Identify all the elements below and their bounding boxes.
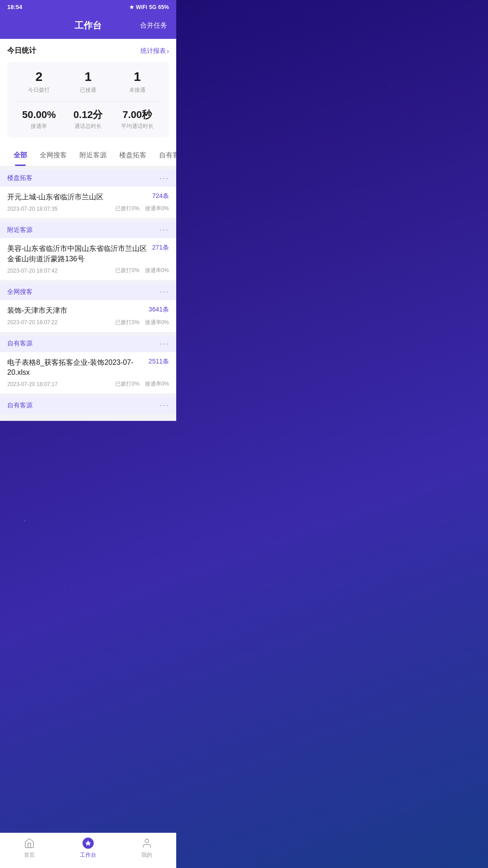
task-body-4[interactable]: 电子表格8_获客拓客企业-装饰2023-07-20.xlsx 2511条 202… (0, 352, 176, 394)
battery-icon: 65% (158, 4, 169, 10)
connect-rate-label: 接通率 (31, 123, 47, 130)
task-name-row-3: 装饰-天津市天津市 3641条 (7, 306, 169, 316)
stats-header: 今日统计 统计报表 › (7, 46, 169, 56)
task-dial-stat-4: 已拨打0% (115, 380, 139, 388)
task-stats-3: 已拨打0% 接通率0% (115, 319, 169, 326)
status-time: 18:54 (7, 4, 22, 10)
tab-own-source[interactable]: 自有客源 (153, 145, 176, 166)
nav-item-workbench[interactable]: 工作台 (59, 837, 117, 859)
task-date-3: 2023-07-20 18:07:22 (7, 319, 57, 326)
task-count-2: 271条 (152, 244, 169, 252)
nav-item-home[interactable]: 首页 (0, 837, 59, 859)
task-body-1[interactable]: 开元上城-山东省临沂市兰山区 724条 2023-07-20 18:07:35 … (0, 187, 176, 218)
task-date-1: 2023-07-20 18:07:35 (7, 206, 57, 212)
connected-value: 1 (84, 69, 92, 85)
task-name-3: 装饰-天津市天津市 (7, 306, 145, 316)
task-card-5: 自有客源 ··· (0, 397, 176, 414)
stats-card: 2 今日拨打 1 已接通 1 未接通 50.00% 接通率 (7, 62, 169, 137)
task-date-4: 2023-07-20 18:07:17 (7, 381, 57, 387)
bottom-nav: 首页 工作台 我的 (0, 833, 176, 868)
task-body-3[interactable]: 装饰-天津市天津市 3641条 2023-07-20 18:07:22 已拨打0… (0, 300, 176, 331)
nav-label-profile: 我的 (141, 851, 152, 859)
main-content: 今日统计 统计报表 › 2 今日拨打 1 已接通 1 未接通 (0, 39, 176, 457)
stat-dial-count: 2 今日拨打 (14, 69, 64, 94)
stats-row-rates: 50.00% 接通率 0.12分 通话总时长 7.00秒 平均通话时长 (14, 109, 162, 130)
connect-rate-value: 50.00% (22, 109, 56, 121)
tab-web-search[interactable]: 全网搜客 (33, 145, 73, 166)
task-card-4: 自有客源 ··· 电子表格8_获客拓客企业-装饰2023-07-20.xlsx … (0, 335, 176, 394)
task-more-button-4[interactable]: ··· (160, 339, 169, 349)
tab-property[interactable]: 楼盘拓客 (113, 145, 153, 166)
stats-section-title: 今日统计 (7, 46, 36, 56)
task-dial-stat-2: 已拨打0% (115, 267, 139, 274)
task-more-button-5[interactable]: ··· (160, 401, 169, 410)
tab-nearby[interactable]: 附近客源 (73, 145, 113, 166)
task-body-2[interactable]: 美容-山东省临沂市中国山东省临沂市兰山区金雀山街道沂蒙路136号 271条 20… (0, 238, 176, 280)
task-type-1: 楼盘拓客 (7, 174, 33, 182)
task-type-2: 附近客源 (7, 226, 33, 234)
stats-divider (14, 101, 162, 102)
task-header-2: 附近客源 ··· (0, 222, 176, 238)
task-count-1: 724条 (152, 192, 169, 200)
task-card-3: 全网搜客 ··· 装饰-天津市天津市 3641条 2023-07-20 18:0… (0, 283, 176, 331)
task-more-button-2[interactable]: ··· (160, 225, 169, 235)
task-name-row-2: 美容-山东省临沂市中国山东省临沂市兰山区金雀山街道沂蒙路136号 271条 (7, 244, 169, 264)
not-connected-label: 未接通 (129, 86, 145, 94)
merge-tasks-button[interactable]: 合并任务 (140, 21, 167, 30)
task-count-4: 2511条 (149, 358, 169, 366)
task-connect-stat-4: 接通率0% (145, 380, 169, 388)
task-more-button-3[interactable]: ··· (160, 287, 169, 297)
stat-total-duration: 0.12分 通话总时长 (64, 109, 113, 130)
task-date-2: 2023-07-20 18:07:42 (7, 268, 57, 274)
task-header-3: 全网搜客 ··· (0, 283, 176, 300)
status-bar: 18:54 ★ WiFi 5G 65% (0, 0, 176, 14)
tabs-container: 全部 全网搜客 附近客源 楼盘拓客 自有客源 (0, 145, 176, 166)
avg-duration-value: 7.00秒 (122, 109, 152, 121)
tab-all[interactable]: 全部 (7, 145, 33, 166)
task-meta-row-1: 2023-07-20 18:07:35 已拨打0% 接通率0% (7, 205, 169, 212)
task-dial-stat-3: 已拨打0% (115, 319, 139, 326)
total-duration-label: 通话总时长 (75, 123, 102, 130)
task-stats-4: 已拨打0% 接通率0% (115, 380, 169, 388)
stats-row-calls: 2 今日拨打 1 已接通 1 未接通 (14, 69, 162, 94)
signal-icon: 5G (149, 4, 156, 10)
task-name-row-4: 电子表格8_获客拓客企业-装饰2023-07-20.xlsx 2511条 (7, 358, 169, 378)
nav-item-profile[interactable]: 我的 (117, 837, 176, 859)
task-meta-row-4: 2023-07-20 18:07:17 已拨打0% 接通率0% (7, 380, 169, 388)
workbench-icon (82, 837, 94, 849)
wifi-icon: WiFi (136, 4, 147, 10)
stat-avg-duration: 7.00秒 平均通话时长 (113, 109, 162, 130)
task-card-1: 楼盘拓客 ··· 开元上城-山东省临沂市兰山区 724条 2023-07-20 … (0, 170, 176, 218)
stat-connect-rate: 50.00% 接通率 (14, 109, 64, 130)
task-dial-stat-1: 已拨打0% (115, 205, 139, 212)
task-name-row-1: 开元上城-山东省临沂市兰山区 724条 (7, 192, 169, 202)
task-name-4: 电子表格8_获客拓客企业-装饰2023-07-20.xlsx (7, 358, 145, 378)
connected-label: 已接通 (80, 86, 96, 94)
svg-point-2 (145, 839, 149, 843)
chevron-right-icon: › (167, 47, 169, 55)
task-list: 楼盘拓客 ··· 开元上城-山东省临沂市兰山区 724条 2023-07-20 … (0, 166, 176, 421)
stats-section: 今日统计 统计报表 › 2 今日拨打 1 已接通 1 未接通 (0, 39, 176, 145)
task-type-3: 全网搜客 (7, 288, 33, 296)
task-stats-2: 已拨打0% 接通率0% (115, 267, 169, 274)
total-duration-value: 0.12分 (74, 109, 103, 121)
home-icon (23, 837, 36, 849)
nav-label-home: 首页 (24, 851, 35, 859)
avg-duration-label: 平均通话时长 (121, 123, 154, 130)
stat-connected: 1 已接通 (64, 69, 113, 94)
stats-report-link[interactable]: 统计报表 › (141, 47, 169, 55)
task-header-4: 自有客源 ··· (0, 335, 176, 352)
task-more-button-1[interactable]: ··· (160, 174, 169, 183)
stat-not-connected: 1 未接通 (113, 69, 162, 94)
task-type-4: 自有客源 (7, 340, 33, 348)
profile-icon (141, 837, 153, 849)
dial-count-value: 2 (36, 69, 43, 85)
not-connected-value: 1 (134, 69, 141, 85)
dial-count-label: 今日拨打 (28, 86, 50, 94)
task-meta-row-3: 2023-07-20 18:07:22 已拨打0% 接通率0% (7, 319, 169, 326)
task-name-2: 美容-山东省临沂市中国山东省临沂市兰山区金雀山街道沂蒙路136号 (7, 244, 149, 264)
task-stats-1: 已拨打0% 接通率0% (115, 205, 169, 212)
task-header-5: 自有客源 ··· (0, 397, 176, 414)
task-name-1: 开元上城-山东省临沂市兰山区 (7, 192, 149, 202)
task-header-1: 楼盘拓客 ··· (0, 170, 176, 187)
